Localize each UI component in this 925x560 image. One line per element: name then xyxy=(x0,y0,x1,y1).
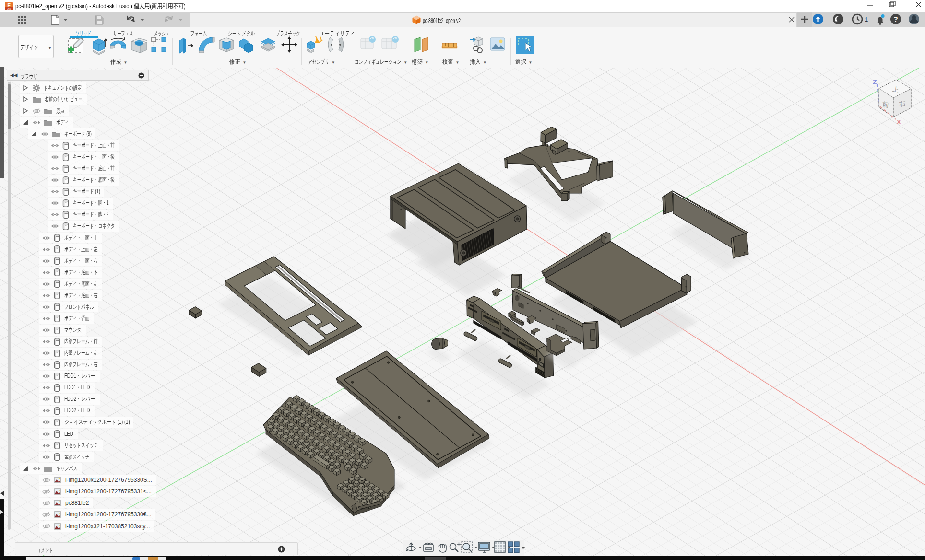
svg-text:上: 上 xyxy=(892,85,899,93)
svg-text:?: ? xyxy=(893,15,898,23)
svg-text:X: X xyxy=(897,118,901,126)
svg-text:右: 右 xyxy=(899,99,906,108)
svg-text:1: 1 xyxy=(865,16,868,23)
svg-text:360: 360 xyxy=(7,8,11,10)
svg-text:前: 前 xyxy=(882,100,889,109)
svg-text:Z: Z xyxy=(873,78,877,86)
